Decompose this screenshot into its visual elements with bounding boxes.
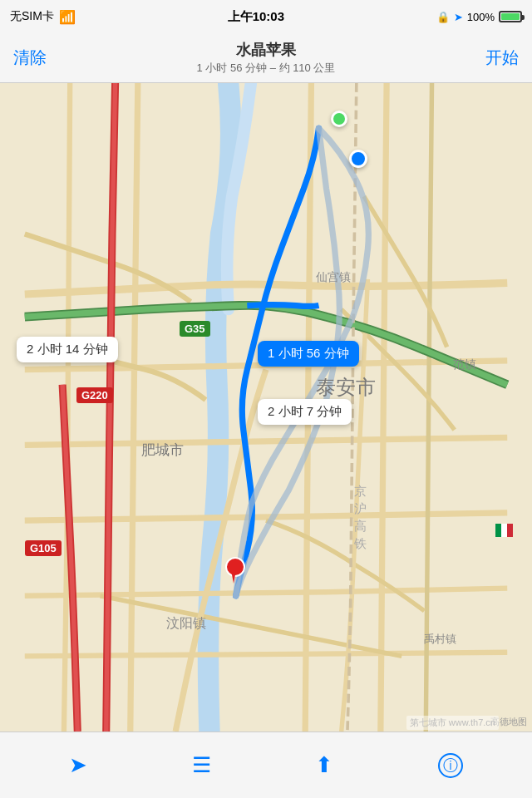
road-badge-g35: G35 xyxy=(180,321,210,337)
location-button[interactable]: ➤ xyxy=(56,746,101,785)
carrier-label: 无SIM卡 xyxy=(10,9,54,24)
battery-percent: 100% xyxy=(467,11,495,23)
location-icon: ➤ xyxy=(69,752,87,778)
start-pin xyxy=(331,111,347,127)
route-time-1[interactable]: 1 小时 56 分钟 xyxy=(258,341,359,367)
road-badge-g220: G220 xyxy=(76,387,113,403)
italy-flag xyxy=(495,524,514,537)
share-icon: ⬆ xyxy=(315,752,333,778)
map-container[interactable]: 泰安市 肥城市 汶阳镇 仙宫镇 范镇 禹村镇 京沪高铁 G35 G220 G10… xyxy=(0,83,532,732)
status-bar: 无SIM卡 📶 上午10:03 🔒 ➤ 100% xyxy=(0,0,532,33)
route-time-2[interactable]: 2 小时 7 分钟 xyxy=(258,399,352,425)
status-time: 上午10:03 xyxy=(228,9,284,25)
location-arrow-icon: ➤ xyxy=(454,11,463,23)
nav-center: 水晶苹果 1 小时 56 分钟 – 约 110 公里 xyxy=(47,40,485,76)
lock-icon: 🔒 xyxy=(436,11,450,23)
map-background: 泰安市 肥城市 汶阳镇 仙宫镇 范镇 禹村镇 京沪高铁 G35 G220 G10… xyxy=(0,83,532,732)
info-icon: ⓘ xyxy=(438,753,463,778)
destination-pin xyxy=(223,557,244,584)
destination-title: 水晶苹果 xyxy=(47,40,485,60)
current-location-pin xyxy=(349,150,367,168)
route-time-3[interactable]: 2 小时 14 分钟 xyxy=(17,337,118,362)
info-button[interactable]: ⓘ xyxy=(425,746,476,785)
list-button[interactable]: ☰ xyxy=(179,746,224,785)
share-button[interactable]: ⬆ xyxy=(302,746,347,785)
rail-label: 京沪高铁 xyxy=(354,482,368,552)
status-left: 无SIM卡 📶 xyxy=(10,9,76,25)
wifi-icon: 📶 xyxy=(59,9,76,25)
status-right: 🔒 ➤ 100% xyxy=(436,11,522,23)
bottom-toolbar: ➤ ☰ ⬆ ⓘ xyxy=(0,732,532,798)
route-summary: 1 小时 56 分钟 – 约 110 公里 xyxy=(47,61,485,76)
start-button[interactable]: 开始 xyxy=(485,47,519,69)
battery-icon xyxy=(499,11,522,22)
app-watermark: 第七城市 www.th7.cn xyxy=(406,716,499,730)
road-badge-g105: G105 xyxy=(25,540,62,556)
list-icon: ☰ xyxy=(192,752,211,778)
nav-bar: 清除 水晶苹果 1 小时 56 分钟 – 约 110 公里 开始 xyxy=(0,33,532,83)
clear-button[interactable]: 清除 xyxy=(13,47,47,69)
